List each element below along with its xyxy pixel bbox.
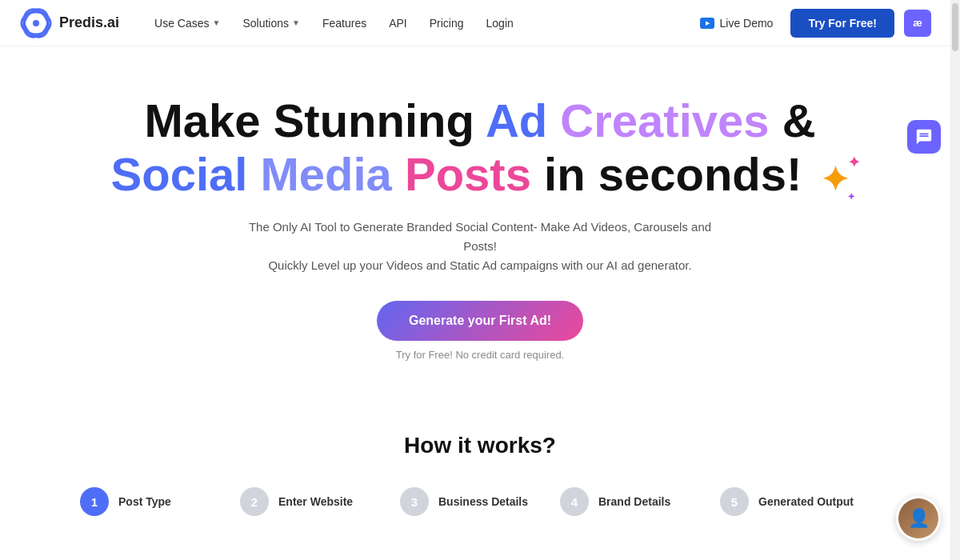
step-2-label: Enter Website bbox=[278, 495, 353, 508]
step-5-number: 5 bbox=[720, 487, 749, 516]
chevron-down-icon: ▼ bbox=[292, 18, 300, 27]
nav-solutions[interactable]: Solutions ▼ bbox=[233, 12, 310, 34]
nav-right: Live Demo Try For Free! æ bbox=[692, 9, 931, 38]
avatar-image: 👤 bbox=[898, 498, 938, 538]
step-2: 2 Enter Website bbox=[240, 487, 400, 516]
step-3: 3 Business Details bbox=[400, 487, 560, 516]
scrollbar[interactable] bbox=[950, 0, 960, 560]
nav-pricing[interactable]: Pricing bbox=[420, 12, 474, 34]
step-4-number: 4 bbox=[560, 487, 589, 516]
main-content: Make Stunning Ad Creatives & Social Medi… bbox=[0, 0, 960, 532]
user-avatar-bottom[interactable]: 👤 bbox=[896, 496, 941, 541]
try-free-button[interactable]: Try For Free! bbox=[790, 9, 894, 38]
step-5: 5 Generated Output bbox=[720, 487, 880, 516]
chat-widget[interactable] bbox=[907, 120, 941, 154]
logo-icon bbox=[19, 6, 53, 40]
nav-use-cases[interactable]: Use Cases ▼ bbox=[145, 12, 230, 34]
hero-title: Make Stunning Ad Creatives & Social Medi… bbox=[32, 94, 928, 202]
svg-point-3 bbox=[33, 20, 39, 26]
generate-cta-button[interactable]: Generate your First Ad! bbox=[377, 301, 583, 341]
logo[interactable]: Predis.ai bbox=[19, 6, 119, 40]
step-2-number: 2 bbox=[240, 487, 269, 516]
nav-login[interactable]: Login bbox=[477, 12, 523, 34]
steps-container: 1 Post Type 2 Enter Website 3 Business D… bbox=[32, 487, 928, 516]
step-4: 4 Brand Details bbox=[560, 487, 720, 516]
chevron-down-icon: ▼ bbox=[213, 18, 221, 27]
nav-links: Use Cases ▼ Solutions ▼ Features API Pri… bbox=[145, 12, 692, 34]
navbar: Predis.ai Use Cases ▼ Solutions ▼ Featur… bbox=[0, 0, 950, 46]
user-avatar[interactable]: æ bbox=[904, 10, 931, 37]
chat-icon bbox=[915, 128, 933, 146]
step-4-label: Brand Details bbox=[598, 495, 670, 508]
cta-note: Try for Free! No credit card required. bbox=[32, 349, 928, 361]
step-1-label: Post Type bbox=[118, 495, 171, 508]
step-3-label: Business Details bbox=[438, 495, 528, 508]
step-5-label: Generated Output bbox=[758, 495, 854, 508]
hero-section: Make Stunning Ad Creatives & Social Medi… bbox=[0, 46, 960, 385]
hero-subtitle: The Only AI Tool to Generate Branded Soc… bbox=[240, 218, 720, 275]
nav-api[interactable]: API bbox=[379, 12, 417, 34]
logo-text: Predis.ai bbox=[59, 14, 119, 31]
video-icon bbox=[700, 18, 714, 29]
nav-features[interactable]: Features bbox=[313, 12, 376, 34]
step-1: 1 Post Type bbox=[80, 487, 240, 516]
step-3-number: 3 bbox=[400, 487, 429, 516]
step-1-number: 1 bbox=[80, 487, 109, 516]
how-it-works-section: How it works? 1 Post Type 2 Enter Websit… bbox=[0, 385, 960, 532]
live-demo-button[interactable]: Live Demo bbox=[692, 12, 781, 34]
how-it-works-title: How it works? bbox=[32, 433, 928, 458]
scrollbar-thumb[interactable] bbox=[952, 3, 958, 51]
sparkle-icon: ✦ ✦ ✦ bbox=[821, 154, 849, 202]
